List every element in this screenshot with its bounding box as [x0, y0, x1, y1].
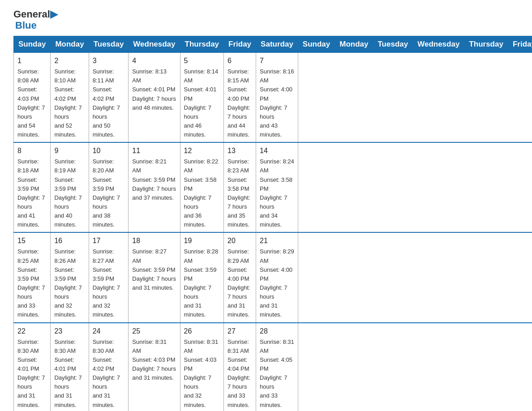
calendar-cell: 10Sunrise: 8:20 AMSunset: 3:59 PMDayligh…: [89, 142, 129, 232]
calendar-cell: 25Sunrise: 8:31 AMSunset: 4:03 PMDayligh…: [129, 323, 180, 411]
day-info: Sunrise: 8:30 AMSunset: 4:01 PMDaylight:…: [17, 338, 47, 410]
calendar-cell: 20Sunrise: 8:29 AMSunset: 4:00 PMDayligh…: [224, 232, 256, 322]
calendar-cell: 17Sunrise: 8:27 AMSunset: 3:59 PMDayligh…: [89, 232, 129, 322]
day-number: 1: [17, 56, 47, 66]
day-number: 9: [54, 146, 85, 156]
header-saturday: Saturday: [256, 36, 298, 53]
header-tuesday: Tuesday: [89, 36, 129, 53]
calendar-cell: 18Sunrise: 8:27 AMSunset: 3:59 PMDayligh…: [129, 232, 180, 322]
day-number: 19: [184, 235, 220, 246]
calendar-cell: 15Sunrise: 8:25 AMSunset: 3:59 PMDayligh…: [14, 232, 51, 322]
day-number: 21: [260, 235, 294, 246]
day-number: 8: [17, 146, 47, 156]
day-number: 15: [17, 235, 47, 246]
day-info: Sunrise: 8:16 AMSunset: 4:00 PMDaylight:…: [260, 67, 294, 139]
calendar-cell: 16Sunrise: 8:26 AMSunset: 3:59 PMDayligh…: [51, 232, 89, 322]
day-info: Sunrise: 8:29 AMSunset: 4:00 PMDaylight:…: [227, 247, 252, 319]
day-info: Sunrise: 8:26 AMSunset: 3:59 PMDaylight:…: [54, 247, 85, 319]
header-wednesday: Wednesday: [413, 36, 464, 53]
page-header: General▶ Blue: [13, 9, 519, 31]
day-number: 6: [227, 56, 252, 66]
calendar-cell: 22Sunrise: 8:30 AMSunset: 4:01 PMDayligh…: [14, 323, 51, 411]
day-number: 22: [17, 326, 47, 337]
day-number: 20: [227, 235, 252, 246]
calendar-cell: 13Sunrise: 8:23 AMSunset: 3:58 PMDayligh…: [224, 142, 256, 232]
day-info: Sunrise: 8:30 AMSunset: 4:02 PMDaylight:…: [93, 338, 125, 410]
header-friday: Friday: [224, 36, 256, 53]
day-number: 16: [54, 235, 85, 246]
calendar-cell: 23Sunrise: 8:30 AMSunset: 4:01 PMDayligh…: [51, 323, 89, 411]
day-number: 13: [227, 146, 252, 156]
calendar-header-row: SundayMondayTuesdayWednesdayThursdayFrid…: [14, 36, 532, 53]
calendar-cell: 11Sunrise: 8:21 AMSunset: 3:59 PMDayligh…: [129, 142, 180, 232]
day-number: 17: [93, 235, 125, 246]
day-number: 25: [132, 326, 176, 337]
day-info: Sunrise: 8:21 AMSunset: 3:59 PMDaylight:…: [132, 157, 176, 202]
calendar-week-4: 22Sunrise: 8:30 AMSunset: 4:01 PMDayligh…: [14, 323, 532, 411]
day-number: 27: [227, 326, 252, 337]
calendar-cell: 14Sunrise: 8:24 AMSunset: 3:58 PMDayligh…: [256, 142, 298, 232]
day-number: 3: [93, 56, 125, 66]
day-number: 11: [132, 146, 176, 156]
day-info: Sunrise: 8:15 AMSunset: 4:00 PMDaylight:…: [227, 67, 252, 139]
day-info: Sunrise: 8:31 AMSunset: 4:03 PMDaylight:…: [132, 338, 176, 383]
calendar-cell: 8Sunrise: 8:18 AMSunset: 3:59 PMDaylight…: [14, 142, 51, 232]
header-thursday: Thursday: [180, 36, 224, 53]
day-number: 23: [54, 326, 85, 337]
calendar-week-1: 1Sunrise: 8:08 AMSunset: 4:03 PMDaylight…: [14, 53, 532, 143]
header-thursday: Thursday: [464, 36, 508, 53]
logo-blue: Blue: [15, 20, 37, 31]
day-info: Sunrise: 8:28 AMSunset: 3:59 PMDaylight:…: [184, 247, 220, 319]
calendar-cell: 27Sunrise: 8:31 AMSunset: 4:04 PMDayligh…: [224, 323, 256, 411]
calendar-cell: 28Sunrise: 8:31 AMSunset: 4:05 PMDayligh…: [256, 323, 298, 411]
calendar-cell: 24Sunrise: 8:30 AMSunset: 4:02 PMDayligh…: [89, 323, 129, 411]
day-info: Sunrise: 8:08 AMSunset: 4:03 PMDaylight:…: [17, 67, 47, 139]
day-number: 14: [260, 146, 294, 156]
day-info: Sunrise: 8:31 AMSunset: 4:03 PMDaylight:…: [184, 338, 220, 410]
day-info: Sunrise: 8:13 AMSunset: 4:01 PMDaylight:…: [132, 67, 176, 112]
day-info: Sunrise: 8:14 AMSunset: 4:01 PMDaylight:…: [184, 67, 220, 139]
header-monday: Monday: [335, 36, 373, 53]
calendar-cell: 7Sunrise: 8:16 AMSunset: 4:00 PMDaylight…: [256, 53, 298, 143]
calendar-table: SundayMondayTuesdayWednesdayThursdayFrid…: [13, 36, 532, 411]
calendar-cell: 3Sunrise: 8:11 AMSunset: 4:02 PMDaylight…: [89, 53, 129, 143]
day-number: 7: [260, 56, 294, 66]
calendar-cell: 9Sunrise: 8:19 AMSunset: 3:59 PMDaylight…: [51, 142, 89, 232]
day-info: Sunrise: 8:27 AMSunset: 3:59 PMDaylight:…: [93, 247, 125, 319]
day-info: Sunrise: 8:31 AMSunset: 4:05 PMDaylight:…: [260, 338, 294, 410]
calendar-cell: 6Sunrise: 8:15 AMSunset: 4:00 PMDaylight…: [224, 53, 256, 143]
day-info: Sunrise: 8:20 AMSunset: 3:59 PMDaylight:…: [93, 157, 125, 229]
day-number: 12: [184, 146, 220, 156]
header-sunday: Sunday: [298, 36, 335, 53]
calendar-cell: 4Sunrise: 8:13 AMSunset: 4:01 PMDaylight…: [129, 53, 180, 143]
day-info: Sunrise: 8:24 AMSunset: 3:58 PMDaylight:…: [260, 157, 294, 229]
calendar-cell: 19Sunrise: 8:28 AMSunset: 3:59 PMDayligh…: [180, 232, 224, 322]
calendar-cell: 1Sunrise: 8:08 AMSunset: 4:03 PMDaylight…: [14, 53, 51, 143]
logo-text: General▶: [13, 9, 58, 20]
day-info: Sunrise: 8:23 AMSunset: 3:58 PMDaylight:…: [227, 157, 252, 229]
day-info: Sunrise: 8:18 AMSunset: 3:59 PMDaylight:…: [17, 157, 47, 229]
calendar-cell: 2Sunrise: 8:10 AMSunset: 4:02 PMDaylight…: [51, 53, 89, 143]
day-info: Sunrise: 8:10 AMSunset: 4:02 PMDaylight:…: [54, 67, 85, 139]
header-monday: Monday: [51, 36, 89, 53]
day-info: Sunrise: 8:27 AMSunset: 3:59 PMDaylight:…: [132, 247, 176, 292]
header-sunday: Sunday: [14, 36, 51, 53]
calendar-cell: 5Sunrise: 8:14 AMSunset: 4:01 PMDaylight…: [180, 53, 224, 143]
logo: General▶ Blue: [13, 9, 58, 31]
day-info: Sunrise: 8:19 AMSunset: 3:59 PMDaylight:…: [54, 157, 85, 229]
header-tuesday: Tuesday: [373, 36, 413, 53]
day-info: Sunrise: 8:25 AMSunset: 3:59 PMDaylight:…: [17, 247, 47, 319]
day-number: 10: [93, 146, 125, 156]
day-number: 18: [132, 235, 176, 246]
calendar-cell: 26Sunrise: 8:31 AMSunset: 4:03 PMDayligh…: [180, 323, 224, 411]
day-number: 28: [260, 326, 294, 337]
calendar-week-3: 15Sunrise: 8:25 AMSunset: 3:59 PMDayligh…: [14, 232, 532, 322]
header-wednesday: Wednesday: [129, 36, 180, 53]
day-info: Sunrise: 8:11 AMSunset: 4:02 PMDaylight:…: [93, 67, 125, 139]
calendar-cell: 12Sunrise: 8:22 AMSunset: 3:58 PMDayligh…: [180, 142, 224, 232]
calendar-week-2: 8Sunrise: 8:18 AMSunset: 3:59 PMDaylight…: [14, 142, 532, 232]
calendar-cell: 21Sunrise: 8:29 AMSunset: 4:00 PMDayligh…: [256, 232, 298, 322]
day-info: Sunrise: 8:29 AMSunset: 4:00 PMDaylight:…: [260, 247, 294, 319]
day-info: Sunrise: 8:22 AMSunset: 3:58 PMDaylight:…: [184, 157, 220, 229]
day-info: Sunrise: 8:31 AMSunset: 4:04 PMDaylight:…: [227, 338, 252, 410]
